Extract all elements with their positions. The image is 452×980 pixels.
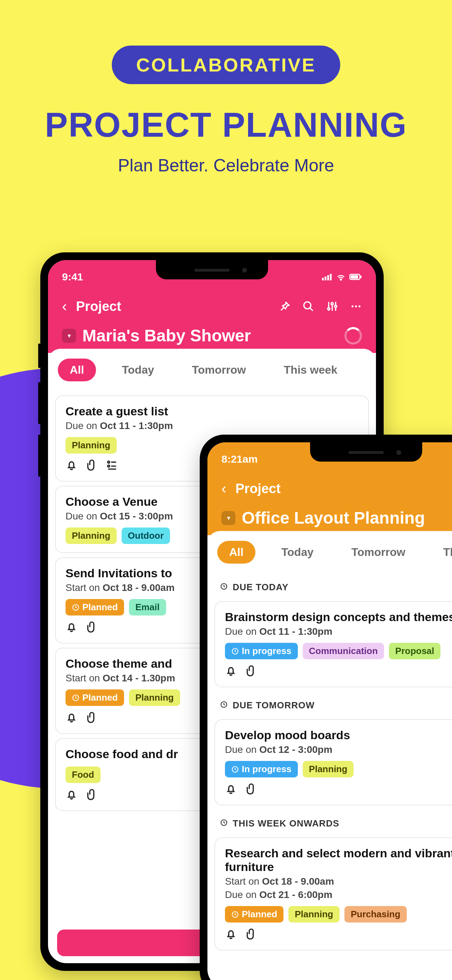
settings-sliders-icon[interactable] [326,301,338,312]
filter-today[interactable]: Today [269,541,326,563]
svg-point-11 [352,305,353,307]
tag-label: Communication [309,646,378,657]
bell-icon[interactable] [225,783,237,796]
pin-icon[interactable] [279,301,290,312]
clip-icon[interactable] [245,783,257,796]
task-meta: Start on Oct 18 - 9.00am [225,876,452,887]
search-icon[interactable] [302,301,314,312]
tag[interactable]: Planned [65,599,124,616]
clip-icon[interactable] [86,459,98,473]
clock-icon [220,582,228,593]
svg-point-12 [355,305,357,307]
wifi-icon [336,272,346,282]
tag[interactable]: Food [65,767,100,783]
task-title: Research and select modern and vibrant o… [225,846,452,874]
filter-all[interactable]: All [217,541,255,563]
tag[interactable]: Communication [303,643,384,659]
tag[interactable]: Planning [288,906,339,923]
bell-icon[interactable] [225,665,237,678]
status-time: 8:21am [221,453,258,465]
section-title: THIS WEEK ONWARDS [232,818,339,829]
tag[interactable]: In progress [225,643,298,659]
task-card[interactable]: Research and select modern and vibrant o… [215,837,452,951]
battery-icon [349,274,362,280]
tag[interactable]: Planned [65,689,124,706]
tag[interactable]: In progress [225,761,298,777]
tag-label: Proposal [395,646,434,657]
back-button[interactable]: ‹ [62,298,67,315]
tag-label: Food [72,769,94,780]
task-meta: Due on Oct 11 - 1:30pm [65,420,358,431]
filter-today[interactable]: Today [110,359,166,381]
tag[interactable]: Planning [303,761,354,777]
clip-icon[interactable] [86,621,98,635]
filter-tomorrow[interactable]: Tomorrow [339,541,417,563]
phone-notch [156,260,268,279]
clip-icon[interactable] [86,789,98,802]
bell-icon[interactable] [65,789,78,802]
hero: COLLABORATIVE PROJECT PLANNING Plan Bett… [0,0,452,176]
svg-rect-2 [327,275,329,280]
task-meta: Due on Oct 12 - 3:00pm [225,744,452,755]
tag-label: Planning [135,692,174,703]
tag[interactable]: Planning [129,689,180,706]
loading-spinner [344,327,362,345]
svg-point-8 [328,308,330,310]
filter-week[interactable]: This week [272,359,349,381]
tag-label: In progress [242,764,291,775]
tag[interactable]: Proposal [389,643,441,659]
more-icon[interactable] [350,301,362,312]
tag[interactable]: Email [129,599,166,616]
status-time: 9:41 [62,271,83,283]
task-card[interactable]: Develop mood boards Due on Oct 12 - 3:00… [215,719,452,805]
tag-label: Planned [242,909,277,920]
task-title: Create a guest list [65,404,358,418]
tag[interactable]: Purchasing [344,906,407,923]
hero-pill: COLLABORATIVE [112,46,341,84]
filter-bar: All Today Tomorrow This week [48,349,376,391]
svg-point-9 [331,303,333,305]
side-button [38,434,40,477]
clip-icon[interactable] [86,711,98,725]
list-icon[interactable] [106,459,118,473]
tag[interactable]: Planning [65,437,117,453]
hero-title: PROJECT PLANNING [0,105,452,145]
svg-point-13 [358,305,361,307]
task-meta: Due on Oct 21 - 6:00pm [225,889,452,900]
svg-point-15 [108,465,110,467]
section-title: DUE TOMORROW [232,700,315,711]
dropdown-toggle[interactable]: ▾ [62,329,76,343]
task-card[interactable]: Brainstorm design concepts and themes Du… [215,601,452,687]
section-header: DUE TOMORROW [207,692,452,715]
clock-icon [231,648,239,655]
signal-icon [322,274,333,280]
tag-label: Planning [72,530,110,541]
task-list: DUE TODAY Brainstorm design concepts and… [207,573,452,951]
project-title: Maria's Baby Shower [82,326,338,345]
filter-all[interactable]: All [58,359,96,381]
tag-label: Purchasing [351,909,401,920]
svg-rect-5 [360,275,361,278]
task-title: Develop mood boards [225,728,452,742]
bell-icon[interactable] [65,711,78,725]
task-icons [225,783,452,796]
filter-bar: All Today Tomorrow This w [207,531,452,573]
tag[interactable]: Planned [225,906,283,923]
bell-icon[interactable] [225,928,237,942]
dropdown-toggle[interactable]: ▾ [221,511,236,525]
tag-label: Planned [82,692,118,703]
nav-bar: ‹ Project [62,298,362,315]
tag-label: Planned [82,602,118,612]
bell-icon[interactable] [65,459,78,473]
filter-week[interactable]: This w [431,541,452,563]
filter-tomorrow[interactable]: Tomorrow [180,359,258,381]
clock-icon [220,700,228,711]
clip-icon[interactable] [245,928,257,942]
tag[interactable]: Planning [65,528,117,544]
back-button[interactable]: ‹ [221,480,226,497]
bell-icon[interactable] [65,621,78,635]
nav-label: Project [236,481,442,496]
clip-icon[interactable] [245,665,257,678]
tag-row: PlannedPlanningPurchasing [225,906,452,923]
tag[interactable]: Outdoor [122,528,170,544]
